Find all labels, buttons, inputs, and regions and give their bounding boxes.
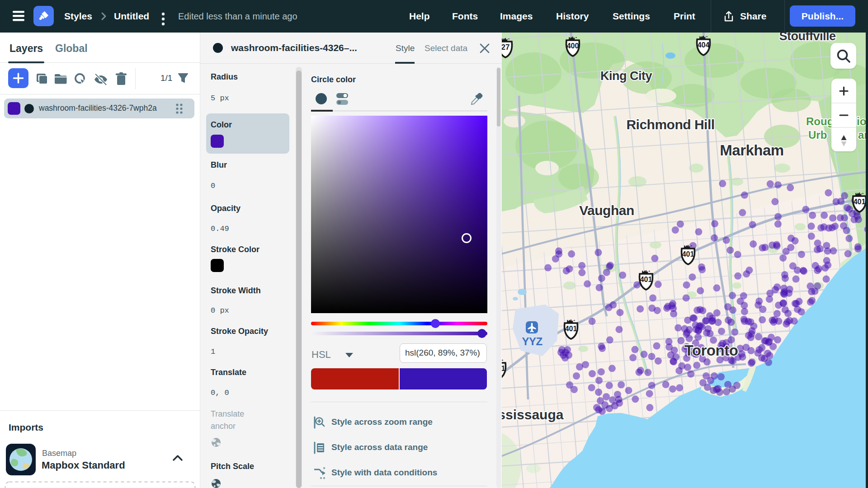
svg-text:Richmond Hill: Richmond Hill <box>626 117 714 132</box>
svg-text:Markham: Markham <box>720 142 783 159</box>
svg-text:Urb: Urb <box>808 129 827 141</box>
svg-text:404: 404 <box>698 41 710 49</box>
svg-text:YYZ: YYZ <box>522 335 542 347</box>
svg-text:400: 400 <box>567 42 579 50</box>
svg-text:Mississauga: Mississauga <box>502 407 564 422</box>
svg-text:401: 401 <box>565 325 577 333</box>
svg-text:401: 401 <box>682 250 694 258</box>
svg-text:401: 401 <box>640 276 652 283</box>
svg-text:Toronto: Toronto <box>684 342 738 359</box>
svg-text:Vaughan: Vaughan <box>579 203 634 218</box>
svg-text:27: 27 <box>502 43 509 52</box>
svg-text:Roug: Roug <box>806 115 834 127</box>
svg-text:Stouffville: Stouffville <box>779 33 835 43</box>
svg-text:io: io <box>857 115 866 127</box>
svg-text:401: 401 <box>854 198 866 206</box>
svg-text:401: 401 <box>502 365 505 372</box>
svg-text:King City: King City <box>600 69 652 83</box>
